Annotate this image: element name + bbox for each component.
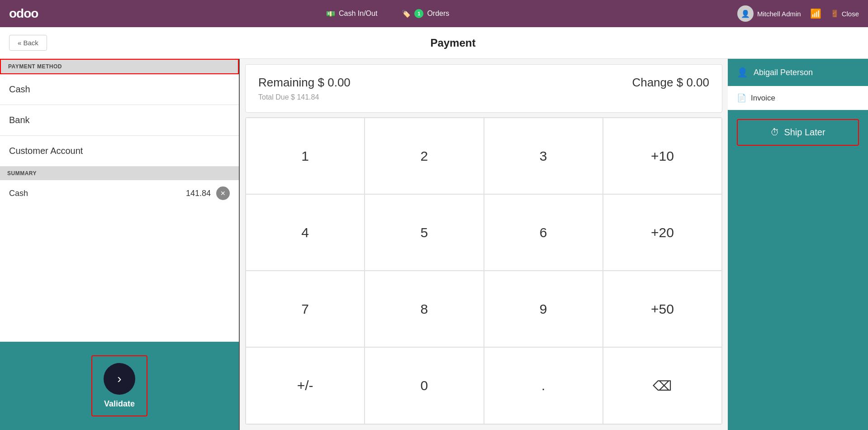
customer-label: Abigail Peterson	[754, 68, 813, 77]
remaining-label: Remaining $ 0.00	[258, 76, 351, 90]
payment-info-main-row: Remaining $ 0.00 Change $ 0.00	[258, 76, 709, 90]
username-label: Mitchell Admin	[757, 10, 801, 18]
ship-later-area: ⏱ Ship Later	[728, 110, 868, 430]
summary-header: SUMMARY	[0, 167, 239, 180]
cash-icon: 💵	[326, 10, 335, 18]
numpad-key-6[interactable]: 6	[484, 194, 603, 271]
validate-btn-wrapper: › Validate	[91, 355, 147, 416]
numpad-key-1[interactable]: 1	[246, 118, 365, 194]
summary-row: Cash 141.84 ✕	[0, 180, 239, 206]
change-value: $ 0.00	[677, 76, 709, 89]
remaining-value: $ 0.00	[318, 76, 351, 89]
total-due-value: $ 141.84	[291, 93, 319, 101]
orders-label: Orders	[427, 10, 449, 18]
summary-row-value: 141.84	[186, 189, 211, 198]
numpad-key-plus50[interactable]: +50	[603, 271, 722, 347]
numpad-key-7[interactable]: 7	[246, 271, 365, 347]
orders-icon: 🏷️	[402, 10, 411, 18]
numpad-key-plusslash-[interactable]: +/-	[246, 347, 365, 424]
invoice-label: Invoice	[751, 94, 775, 103]
close-icon: 🚪	[830, 10, 839, 18]
numpad-key-9[interactable]: 9	[484, 271, 603, 347]
avatar: 👤	[737, 5, 754, 22]
invoice-icon: 📄	[737, 93, 746, 103]
orders-badge: 1	[414, 9, 423, 18]
total-due-row: Total Due $ 141.84	[258, 93, 709, 101]
change-section: Change $ 0.00	[632, 76, 709, 90]
numpad-key-2[interactable]: 2	[365, 118, 484, 194]
ship-later-icon: ⏱	[770, 127, 779, 138]
numpad-key-0[interactable]: 0	[365, 347, 484, 424]
main-container: « Back Payment PAYMENT METHOD Cash Bank …	[0, 27, 868, 430]
page-title: Payment	[47, 37, 859, 49]
numpad-key-4[interactable]: 4	[246, 194, 365, 271]
numpad-key-plus10[interactable]: +10	[603, 118, 722, 194]
remove-summary-btn[interactable]: ✕	[216, 186, 230, 200]
ship-later-label: Ship Later	[784, 127, 825, 138]
user-menu[interactable]: 👤 Mitchell Admin	[737, 5, 801, 22]
numpad-key-3[interactable]: 3	[484, 118, 603, 194]
payment-method-header: PAYMENT METHOD	[0, 59, 239, 74]
middle-panel: Remaining $ 0.00 Change $ 0.00 Total Due…	[240, 59, 728, 430]
summary-section: SUMMARY Cash 141.84 ✕	[0, 167, 239, 342]
payment-method-bank[interactable]: Bank	[0, 105, 239, 136]
numpad-key-8[interactable]: 8	[365, 271, 484, 347]
customer-header[interactable]: 👤 Abigail Peterson	[728, 59, 868, 86]
numpad-key-5[interactable]: 5	[365, 194, 484, 271]
numpad: 123+10456+20789+50+/-0.⌫	[245, 117, 722, 425]
cash-inout-nav[interactable]: 💵 Cash In/Out	[321, 5, 383, 22]
topbar-nav: 💵 Cash In/Out 🏷️ 1 Orders	[56, 5, 719, 22]
orders-nav[interactable]: 🏷️ 1 Orders	[396, 5, 455, 22]
payment-method-customer-account[interactable]: Customer Account	[0, 136, 239, 167]
content-area: PAYMENT METHOD Cash Bank Customer Accoun…	[0, 59, 868, 430]
back-button[interactable]: « Back	[9, 35, 47, 51]
close-button[interactable]: 🚪 Close	[830, 10, 859, 18]
page-header: « Back Payment	[0, 27, 868, 59]
numpad-key-plus20[interactable]: +20	[603, 194, 722, 271]
ship-later-button[interactable]: ⏱ Ship Later	[737, 119, 859, 146]
cash-inout-label: Cash In/Out	[339, 10, 377, 18]
wifi-icon: 📶	[810, 8, 821, 19]
validate-area: › Validate	[0, 342, 239, 430]
topbar-right: 👤 Mitchell Admin 📶 🚪 Close	[737, 5, 859, 22]
customer-icon: 👤	[737, 67, 748, 78]
odoo-logo: odoo	[9, 6, 38, 21]
payment-info-box: Remaining $ 0.00 Change $ 0.00 Total Due…	[245, 64, 722, 113]
close-label: Close	[842, 10, 859, 18]
validate-label: Validate	[104, 399, 135, 409]
validate-arrow-icon: ›	[117, 372, 121, 386]
right-panel: 👤 Abigail Peterson 📄 Invoice ⏱ Ship Late…	[728, 59, 868, 430]
invoice-item[interactable]: 📄 Invoice	[728, 86, 868, 110]
topbar: odoo 💵 Cash In/Out 🏷️ 1 Orders 👤 Mitchel…	[0, 0, 868, 27]
payment-method-cash[interactable]: Cash	[0, 74, 239, 105]
numpad-key-.[interactable]: .	[484, 347, 603, 424]
validate-button[interactable]: ›	[104, 363, 135, 395]
numpad-key-backspace[interactable]: ⌫	[603, 347, 722, 424]
numpad-grid: 123+10456+20789+50+/-0.⌫	[246, 118, 722, 424]
summary-row-label: Cash	[9, 189, 186, 198]
left-panel: PAYMENT METHOD Cash Bank Customer Accoun…	[0, 59, 240, 430]
